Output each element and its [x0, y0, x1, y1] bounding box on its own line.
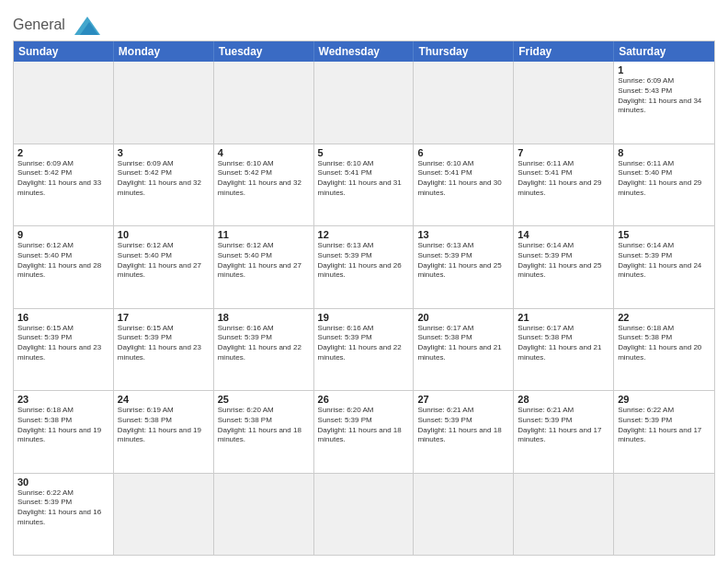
cell-info: Sunrise: 6:15 AM Sunset: 5:39 PM Dayligh… — [17, 324, 109, 363]
cell-info: Sunrise: 6:22 AM Sunset: 5:39 PM Dayligh… — [618, 406, 711, 445]
weekday-header-wednesday: Wednesday — [314, 41, 415, 62]
day-number: 28 — [518, 394, 609, 405]
day-number: 7 — [518, 147, 609, 158]
cell-info: Sunrise: 6:09 AM Sunset: 5:42 PM Dayligh… — [17, 159, 109, 199]
cell-info: Sunrise: 6:14 AM Sunset: 5:39 PM Dayligh… — [618, 241, 711, 281]
empty-cell — [514, 62, 614, 144]
day-cell-9: 9Sunrise: 6:12 AM Sunset: 5:40 PM Daylig… — [14, 226, 114, 308]
day-number: 5 — [318, 147, 410, 158]
day-cell-1: 1Sunrise: 6:09 AM Sunset: 5:43 PM Daylig… — [614, 62, 714, 144]
day-number: 15 — [618, 229, 711, 240]
cell-info: Sunrise: 6:09 AM Sunset: 5:42 PM Dayligh… — [118, 159, 210, 199]
cell-info: Sunrise: 6:16 AM Sunset: 5:39 PM Dayligh… — [318, 324, 410, 363]
calendar: SundayMondayTuesdayWednesdayThursdayFrid… — [13, 40, 715, 556]
cell-info: Sunrise: 6:18 AM Sunset: 5:38 PM Dayligh… — [618, 324, 711, 363]
day-cell-4: 4Sunrise: 6:10 AM Sunset: 5:42 PM Daylig… — [214, 144, 314, 226]
header: General — [13, 9, 715, 35]
day-number: 17 — [118, 312, 210, 323]
logo-icon — [71, 13, 104, 39]
day-number: 16 — [17, 312, 109, 323]
cell-info: Sunrise: 6:12 AM Sunset: 5:40 PM Dayligh… — [218, 241, 310, 281]
day-number: 14 — [518, 229, 609, 240]
day-cell-10: 10Sunrise: 6:12 AM Sunset: 5:40 PM Dayli… — [114, 226, 214, 308]
calendar-body: 1Sunrise: 6:09 AM Sunset: 5:43 PM Daylig… — [14, 62, 714, 555]
day-number: 4 — [218, 147, 310, 158]
cell-info: Sunrise: 6:15 AM Sunset: 5:39 PM Dayligh… — [118, 324, 210, 363]
cell-info: Sunrise: 6:11 AM Sunset: 5:41 PM Dayligh… — [518, 159, 609, 199]
weekday-header-sunday: Sunday — [14, 41, 114, 62]
logo: General — [13, 13, 104, 35]
day-cell-14: 14Sunrise: 6:14 AM Sunset: 5:39 PM Dayli… — [514, 226, 614, 308]
day-cell-2: 2Sunrise: 6:09 AM Sunset: 5:42 PM Daylig… — [14, 144, 114, 226]
day-cell-22: 22Sunrise: 6:18 AM Sunset: 5:38 PM Dayli… — [614, 309, 714, 391]
day-number: 1 — [618, 64, 711, 75]
weekday-header-thursday: Thursday — [414, 41, 514, 62]
weekday-header-friday: Friday — [514, 41, 614, 62]
day-number: 11 — [218, 229, 310, 240]
day-number: 22 — [618, 312, 711, 323]
cell-info: Sunrise: 6:20 AM Sunset: 5:39 PM Dayligh… — [318, 406, 410, 445]
day-cell-13: 13Sunrise: 6:13 AM Sunset: 5:39 PM Dayli… — [414, 226, 514, 308]
page: General SundayMondayTuesdayWednesdayThur… — [0, 0, 728, 563]
day-cell-20: 20Sunrise: 6:17 AM Sunset: 5:38 PM Dayli… — [414, 309, 514, 391]
cell-info: Sunrise: 6:21 AM Sunset: 5:39 PM Dayligh… — [417, 406, 509, 445]
weekday-header-monday: Monday — [114, 41, 214, 62]
cell-info: Sunrise: 6:13 AM Sunset: 5:39 PM Dayligh… — [318, 241, 410, 281]
cell-info: Sunrise: 6:17 AM Sunset: 5:38 PM Dayligh… — [518, 324, 609, 363]
day-cell-7: 7Sunrise: 6:11 AM Sunset: 5:41 PM Daylig… — [514, 144, 614, 226]
day-cell-6: 6Sunrise: 6:10 AM Sunset: 5:41 PM Daylig… — [414, 144, 514, 226]
cell-info: Sunrise: 6:11 AM Sunset: 5:40 PM Dayligh… — [618, 159, 711, 199]
day-cell-8: 8Sunrise: 6:11 AM Sunset: 5:40 PM Daylig… — [614, 144, 714, 226]
day-number: 25 — [218, 394, 310, 405]
day-number: 29 — [618, 394, 711, 405]
day-cell-21: 21Sunrise: 6:17 AM Sunset: 5:38 PM Dayli… — [514, 309, 614, 391]
cell-info: Sunrise: 6:10 AM Sunset: 5:41 PM Dayligh… — [417, 159, 509, 199]
cell-info: Sunrise: 6:19 AM Sunset: 5:38 PM Dayligh… — [118, 406, 210, 445]
day-cell-18: 18Sunrise: 6:16 AM Sunset: 5:39 PM Dayli… — [214, 309, 314, 391]
day-number: 21 — [518, 312, 609, 323]
day-number: 26 — [318, 394, 410, 405]
empty-cell — [414, 62, 514, 144]
day-number: 8 — [618, 147, 711, 158]
day-number: 23 — [17, 394, 109, 405]
day-number: 24 — [118, 394, 210, 405]
calendar-header: SundayMondayTuesdayWednesdayThursdayFrid… — [14, 41, 714, 62]
cell-info: Sunrise: 6:20 AM Sunset: 5:38 PM Dayligh… — [218, 406, 310, 445]
calendar-row-4: 16Sunrise: 6:15 AM Sunset: 5:39 PM Dayli… — [14, 308, 714, 391]
empty-cell — [414, 474, 514, 556]
day-cell-23: 23Sunrise: 6:18 AM Sunset: 5:38 PM Dayli… — [14, 391, 114, 473]
cell-info: Sunrise: 6:17 AM Sunset: 5:38 PM Dayligh… — [417, 324, 509, 363]
cell-info: Sunrise: 6:21 AM Sunset: 5:39 PM Dayligh… — [518, 406, 609, 445]
day-cell-15: 15Sunrise: 6:14 AM Sunset: 5:39 PM Dayli… — [614, 226, 714, 308]
day-number: 10 — [118, 229, 210, 240]
day-number: 3 — [118, 147, 210, 158]
calendar-row-5: 23Sunrise: 6:18 AM Sunset: 5:38 PM Dayli… — [14, 390, 714, 473]
day-number: 2 — [17, 147, 109, 158]
day-number: 12 — [318, 229, 410, 240]
empty-cell — [514, 474, 614, 556]
cell-info: Sunrise: 6:09 AM Sunset: 5:43 PM Dayligh… — [618, 76, 711, 116]
cell-info: Sunrise: 6:18 AM Sunset: 5:38 PM Dayligh… — [17, 406, 109, 445]
logo-text: General — [13, 13, 104, 35]
day-number: 18 — [218, 312, 310, 323]
empty-cell — [314, 474, 415, 556]
weekday-header-tuesday: Tuesday — [214, 41, 314, 62]
empty-cell — [214, 474, 314, 556]
empty-cell — [14, 62, 114, 144]
day-cell-3: 3Sunrise: 6:09 AM Sunset: 5:42 PM Daylig… — [114, 144, 214, 226]
empty-cell — [314, 62, 415, 144]
cell-info: Sunrise: 6:13 AM Sunset: 5:39 PM Dayligh… — [417, 241, 509, 281]
day-number: 9 — [17, 229, 109, 240]
day-cell-27: 27Sunrise: 6:21 AM Sunset: 5:39 PM Dayli… — [414, 391, 514, 473]
day-cell-16: 16Sunrise: 6:15 AM Sunset: 5:39 PM Dayli… — [14, 309, 114, 391]
day-number: 13 — [417, 229, 509, 240]
calendar-row-2: 2Sunrise: 6:09 AM Sunset: 5:42 PM Daylig… — [14, 144, 714, 226]
calendar-row-3: 9Sunrise: 6:12 AM Sunset: 5:40 PM Daylig… — [14, 225, 714, 308]
empty-cell — [114, 474, 214, 556]
day-cell-19: 19Sunrise: 6:16 AM Sunset: 5:39 PM Dayli… — [314, 309, 415, 391]
cell-info: Sunrise: 6:12 AM Sunset: 5:40 PM Dayligh… — [118, 241, 210, 281]
cell-info: Sunrise: 6:10 AM Sunset: 5:42 PM Dayligh… — [218, 159, 310, 199]
day-cell-17: 17Sunrise: 6:15 AM Sunset: 5:39 PM Dayli… — [114, 309, 214, 391]
cell-info: Sunrise: 6:16 AM Sunset: 5:39 PM Dayligh… — [218, 324, 310, 363]
empty-cell — [614, 474, 714, 556]
